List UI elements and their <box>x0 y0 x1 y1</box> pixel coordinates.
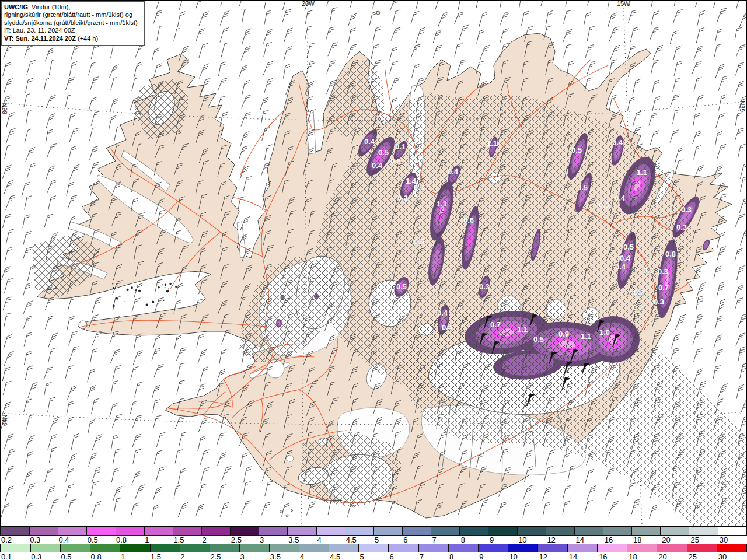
islet <box>152 300 154 303</box>
rain-scale-segment <box>657 544 686 552</box>
snow-scale-tick-label: 14 <box>576 536 584 544</box>
snow-scale-segment <box>459 527 488 535</box>
rain-scale-segment <box>90 544 120 552</box>
snow-scale-tick-label: 8 <box>461 536 465 544</box>
graticule-label: 20W <box>302 0 315 7</box>
rain-scale-tick-label: 2.5 <box>210 552 221 560</box>
island <box>291 509 292 511</box>
snow-scale-bar <box>0 527 747 536</box>
snow-scale-tick-label: 25 <box>691 536 699 544</box>
snow-scale-tick-label: 3 <box>260 536 264 544</box>
rain-scale-segment <box>329 544 358 552</box>
snow-scale-segment <box>546 527 574 535</box>
islet <box>165 284 167 286</box>
precip-value-label: 0.4 <box>442 323 453 332</box>
precip-value-label: 0.9 <box>558 330 569 338</box>
title-line-3: slydda/snjókoma (grátt/bleikt/grænt - mm… <box>4 19 142 27</box>
weather-map: 20W15W66N66N64N 0.40.50.10.60.41.40.30.3… <box>0 0 747 527</box>
snow-scale-segment <box>201 527 230 535</box>
rain-scale-segment <box>210 544 239 552</box>
title-line-1: UWC/IG: Vindur (10m), <box>4 4 142 11</box>
snow-scale-tick-label: 4.5 <box>346 536 357 544</box>
rain-scale-tick-label: 12 <box>539 552 547 560</box>
precip-value-label: 0.7 <box>658 284 669 292</box>
islet <box>168 289 169 290</box>
precip-value-label: 0.3 <box>658 267 668 276</box>
rain-scale-tick-label: 6 <box>390 552 394 560</box>
precip-value-label: 0.4 <box>620 254 631 262</box>
rain-scale-tick-label: 25 <box>689 552 697 560</box>
precip-value-label: 0.7 <box>490 320 501 329</box>
islet <box>113 287 115 289</box>
precip-value-label: 0.2 <box>634 288 644 297</box>
rain-scale-tick-label: 30 <box>718 552 727 560</box>
precip-value-label: 0.3 <box>681 205 692 214</box>
snow-scale-tick-label: 18 <box>633 536 641 544</box>
snow-scale-tick-label: 6 <box>403 536 407 544</box>
precip-value-label: 0.2 <box>633 303 643 312</box>
rain-scale-tick-label: 16 <box>599 552 607 560</box>
rain-scale-tick-label: 7 <box>420 552 424 560</box>
rain-scale-tick-label: 0.1 <box>1 552 12 560</box>
rain-scale-tick-label: 8 <box>449 552 453 560</box>
precip-value-label: 0.4 <box>364 137 375 146</box>
rain-scale-tick-label: 3.5 <box>270 552 281 560</box>
rain-scale-tick-label: 14 <box>569 552 577 560</box>
rain-scale-tick-label: 3 <box>240 552 245 560</box>
rain-scale-segment <box>597 544 627 552</box>
title-line-5: VT: Sun. 24.11.2024 20Z (+44 h) <box>4 35 142 43</box>
islet <box>158 286 160 289</box>
rain-scale-segment <box>627 544 657 552</box>
islet <box>131 286 133 289</box>
rain-scale-tick-label: 5 <box>359 552 364 560</box>
precip-value-label: 0.3 <box>676 223 687 232</box>
rain-scale-segment <box>30 544 60 552</box>
rain-scale-tick-label: 0.5 <box>61 552 71 560</box>
precip-value-label: 0.3 <box>397 194 408 202</box>
rain-scale-segment <box>478 544 508 552</box>
precip-value-label: 0.3 <box>479 282 490 291</box>
precip-value-label: 0.3 <box>654 298 664 306</box>
snow-scale-tick-label: 5 <box>375 536 379 544</box>
snow-scale-tick-label: 0.4 <box>58 536 69 544</box>
precip-value-label: 0.3 <box>414 183 424 192</box>
snow-scale-segment <box>718 527 746 535</box>
snow-scale-tick-label: 20 <box>662 536 670 544</box>
rain-scale-segment <box>60 544 90 552</box>
island <box>286 514 288 517</box>
rain-scale-segment <box>1 544 30 552</box>
snow-scale-tick-label: 0.8 <box>116 536 127 544</box>
precip-value-label: 0.6 <box>463 216 474 225</box>
title-variables: : Vindur (10m), <box>28 4 71 10</box>
forecast-title-box: UWC/IG: Vindur (10m), rigning/skúrir (gr… <box>1 1 145 46</box>
snow-scale-tick-label: 0.3 <box>30 536 40 544</box>
snow-scale-tick-label: 12 <box>547 536 555 544</box>
precip-value-label: 0.4 <box>372 161 383 170</box>
graticule-label: 64N <box>1 415 8 426</box>
rain-scale-segment <box>299 544 329 552</box>
islet <box>162 285 163 286</box>
precip-value-label: 0.1 <box>395 142 406 151</box>
rain-scale-tick-label: 18 <box>629 552 637 560</box>
rain-scale-bar <box>0 544 747 552</box>
precip-value-label: 1.1 <box>637 168 647 177</box>
rain-scale-tick-label: 20 <box>658 552 666 560</box>
title-line-2: rigning/skúrir (grænt/blátt/rautt - mm/1… <box>4 11 142 19</box>
rain-scale-tick-label: 4 <box>300 552 304 560</box>
rain-scale-segment <box>508 544 537 552</box>
rain-scale-tick-label: 9 <box>479 552 483 560</box>
islet <box>169 283 171 285</box>
rain-scale-tick-label: 0.8 <box>91 552 102 560</box>
islet <box>127 289 129 291</box>
snow-scale-segment <box>86 527 115 535</box>
snow-scale-segment <box>58 527 86 535</box>
snow-scale-segment <box>287 527 316 535</box>
islet <box>146 304 148 306</box>
rain-scale-segment <box>180 544 210 552</box>
rain-scale-segment <box>537 544 567 552</box>
rain-scale-segment <box>358 544 388 552</box>
snow-scale-segment <box>316 527 345 535</box>
rain-scale-tick-label: 10 <box>509 552 517 560</box>
snow-scale-segment <box>144 527 173 535</box>
rain-scale-segment <box>567 544 597 552</box>
